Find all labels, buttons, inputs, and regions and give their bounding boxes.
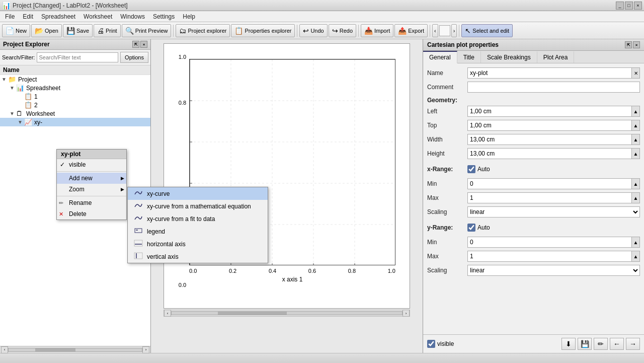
close-btn[interactable]: ×	[634, 2, 642, 10]
top-spin-btn[interactable]: ▲	[632, 120, 640, 131]
x-max-spin-btn[interactable]: ▲	[632, 192, 640, 203]
y-min-input[interactable]	[467, 237, 632, 248]
name-clear-btn[interactable]: ✕	[632, 67, 640, 79]
height-input[interactable]	[467, 148, 632, 159]
x-scaling-select[interactable]: linear log10 log2 ln sqrt	[467, 206, 640, 217]
props-content: Name ✕ Comment Geometry: Left ▲ Top ▲	[423, 63, 644, 334]
new-button[interactable]: 📄 New	[2, 24, 30, 37]
scroll-right-arrow[interactable]: ›	[142, 346, 149, 353]
open-button[interactable]: 📂 Open	[31, 24, 62, 37]
plot-canvas[interactable]: 1.0 0.8 0.6 0.4 0.2 0.0	[164, 44, 410, 308]
menu-help[interactable]: Help	[179, 12, 199, 21]
width-spin-btn[interactable]: ▲	[632, 134, 640, 145]
next-nav-btn[interactable]: →	[626, 338, 640, 350]
comment-input[interactable]	[467, 82, 640, 93]
submenu-xy-curve-math[interactable]: xy-curve from a mathematical equation	[128, 200, 268, 212]
submenu-xy-curve[interactable]: xy-curve	[128, 187, 268, 200]
left-spin-btn[interactable]: ▲	[632, 106, 640, 117]
tab-general[interactable]: General	[423, 51, 457, 63]
minimize-btn[interactable]: _	[616, 2, 624, 10]
select-edit-button[interactable]: ↖ Select and edit	[461, 24, 513, 37]
menu-windows[interactable]: Windows	[116, 12, 149, 21]
panel-close-btn[interactable]: ×	[140, 41, 147, 48]
tree-item-sheet1[interactable]: 📋 1	[0, 92, 150, 101]
y-max-input[interactable]	[467, 251, 632, 262]
y-max-spin-btn[interactable]: ▲	[632, 251, 640, 262]
next-button[interactable]: ›	[451, 24, 457, 37]
menu-worksheet[interactable]: Worksheet	[79, 12, 116, 21]
x-min-spin-btn[interactable]: ▲	[632, 178, 640, 189]
plot-scroll-left[interactable]: ‹	[164, 310, 171, 317]
tab-plot-area[interactable]: Plot Area	[537, 51, 575, 63]
width-input[interactable]	[467, 134, 632, 145]
x-min-input[interactable]	[467, 178, 632, 189]
maximize-btn[interactable]: □	[625, 2, 633, 10]
name-input[interactable]	[467, 67, 632, 79]
ctx-add-new[interactable]: Add new xy-curve xy-curve from a mathema…	[57, 173, 126, 184]
scroll-track[interactable]	[8, 348, 142, 352]
search-input[interactable]	[37, 52, 118, 62]
edit-btn[interactable]: ✏	[594, 338, 608, 350]
y-auto-checkbox[interactable]	[467, 224, 475, 232]
menu-edit[interactable]: Edit	[19, 12, 37, 21]
menu-spreadsheet[interactable]: Spreadsheet	[37, 12, 79, 21]
top-input[interactable]	[467, 120, 632, 131]
submenu-xy-curve-fit[interactable]: xy-curve from a fit to data	[128, 212, 268, 225]
load-btn[interactable]: ⬇	[561, 338, 576, 350]
explorer-h-scroll[interactable]: ‹ ›	[0, 346, 150, 353]
prev-button[interactable]: ‹	[432, 24, 438, 37]
print-button[interactable]: 🖨 Print	[94, 24, 121, 37]
visible-label: visible	[437, 340, 454, 347]
left-input[interactable]	[467, 106, 632, 117]
tab-scale-breakings[interactable]: Scale Breakings	[481, 51, 537, 63]
ctx-delete[interactable]: ✕ Delete	[57, 208, 126, 220]
tree-item-worksheet[interactable]: ▼ 🗒 Worksheet	[0, 109, 150, 118]
project-explorer-button[interactable]: 🗂 Project explorer	[176, 24, 230, 37]
tree-item-sheet2[interactable]: 📋 2	[0, 101, 150, 109]
x-auto-checkbox[interactable]	[467, 165, 475, 173]
top-label: Top	[427, 122, 467, 129]
ctx-visible[interactable]: visible	[57, 159, 126, 170]
ctx-rename[interactable]: ✏ Rename	[57, 197, 126, 208]
indent-2	[8, 105, 16, 105]
height-spin-btn[interactable]: ▲	[632, 148, 640, 159]
tabs-row: General Title Scale Breakings Plot Area	[423, 51, 644, 63]
visible-checkbox[interactable]	[427, 340, 435, 348]
plot-scroll-right[interactable]: ›	[403, 310, 410, 317]
submenu-vertical-axis[interactable]: vertical axis	[128, 250, 268, 263]
prev-nav-btn[interactable]: ←	[610, 338, 624, 350]
svg-rect-4	[134, 253, 142, 259]
save-theme-btn[interactable]: 💾	[578, 338, 592, 350]
import-button[interactable]: 📥 Import	[361, 24, 393, 37]
float-btn[interactable]: ⇱	[132, 41, 139, 48]
tree-item-project[interactable]: ▼ 📁 Project	[0, 75, 150, 84]
options-button[interactable]: Options	[120, 52, 148, 63]
plot-scroll-thumb[interactable]	[218, 312, 287, 315]
x-max-input[interactable]	[467, 192, 632, 203]
menu-file[interactable]: File	[1, 12, 19, 21]
menu-settings[interactable]: Settings	[149, 12, 179, 21]
tab-title[interactable]: Title	[457, 51, 481, 63]
submenu-xy-curve-math-label: xy-curve from a mathematical equation	[147, 203, 251, 210]
submenu-legend[interactable]: legend	[128, 225, 268, 238]
export-button[interactable]: 📤 Export	[394, 24, 428, 37]
plot-scroll-track[interactable]	[171, 311, 403, 315]
plot-h-scroll[interactable]: ‹ ›	[164, 310, 410, 317]
y-scaling-select[interactable]: linear log10 log2 ln sqrt	[467, 265, 640, 276]
tree-item-xyplot[interactable]: ▼ 📈 xy-	[0, 118, 150, 126]
undo-button[interactable]: ↩ Undo	[299, 24, 327, 37]
new-label: New	[16, 28, 27, 34]
props-close-btn[interactable]: ×	[633, 41, 640, 48]
scroll-thumb[interactable]	[35, 348, 75, 351]
properties-explorer-button[interactable]: 📋 Properties explorer	[231, 24, 295, 37]
props-float-btn[interactable]: ⇱	[625, 41, 632, 48]
y-min-spin-btn[interactable]: ▲	[632, 237, 640, 248]
print-preview-button[interactable]: 🔍 Print Preview	[122, 24, 172, 37]
tree-item-spreadsheet[interactable]: ▼ 📊 Spreadsheet	[0, 84, 150, 92]
save-button[interactable]: 💾 Save	[63, 24, 93, 37]
ctx-zoom[interactable]: Zoom	[57, 184, 126, 195]
submenu-horizontal-axis[interactable]: horizontal axis	[128, 238, 268, 250]
xyplot-arrow: ▼	[16, 119, 24, 125]
redo-button[interactable]: ↪ Redo	[329, 24, 356, 37]
scroll-left-arrow[interactable]: ‹	[1, 346, 8, 353]
